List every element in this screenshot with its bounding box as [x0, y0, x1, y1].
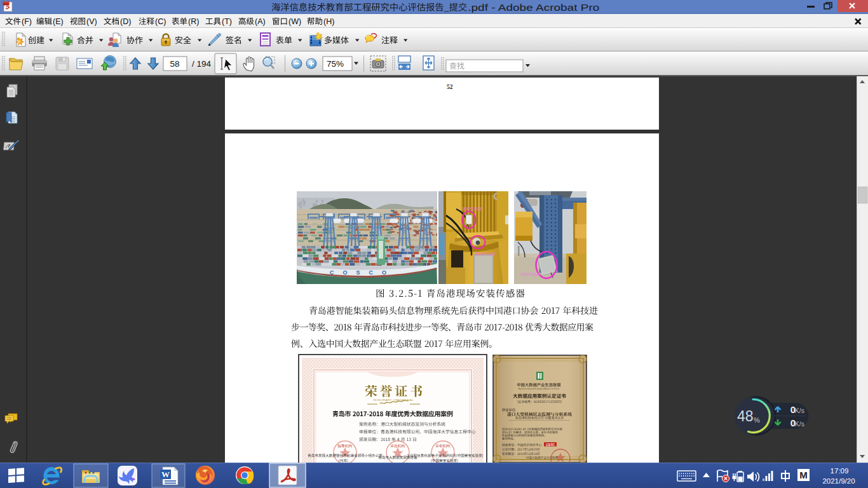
svg-text:(A): (A): [255, 17, 266, 26]
svg-text:17:09: 17:09: [831, 467, 849, 475]
svg-text:(D): (D): [120, 17, 131, 26]
svg-text:.pdf - Adobe Acrobat Pro: .pdf - Adobe Acrobat Pro: [468, 3, 599, 13]
svg-text:%: %: [754, 416, 760, 424]
svg-text:(R): (R): [188, 17, 199, 26]
svg-text:(T): (T): [222, 17, 232, 26]
svg-text:M: M: [799, 470, 808, 480]
svg-text:CSTC: CSTC: [546, 443, 555, 447]
svg-text:W: W: [161, 470, 170, 479]
svg-text:(H): (H): [323, 17, 334, 26]
svg-text:52: 52: [447, 84, 453, 90]
svg-text:(E): (E): [53, 17, 64, 26]
svg-text:/ 194: / 194: [192, 59, 212, 69]
svg-text:K/s: K/s: [795, 420, 804, 428]
svg-text:(V): (V): [86, 17, 97, 26]
svg-text:75%: 75%: [327, 59, 344, 69]
svg-text:Big Data Industry Ecological A: Big Data Industry Ecological Alliance of…: [519, 388, 560, 390]
svg-text:58: 58: [170, 59, 179, 69]
svg-text:2021/9/20: 2021/9/20: [822, 477, 855, 485]
svg-text:48: 48: [737, 408, 754, 424]
svg-text:K/s: K/s: [795, 407, 804, 414]
svg-text:(C): (C): [155, 17, 166, 26]
svg-text:(F): (F): [22, 17, 32, 26]
svg-text:(W): (W): [288, 17, 301, 26]
